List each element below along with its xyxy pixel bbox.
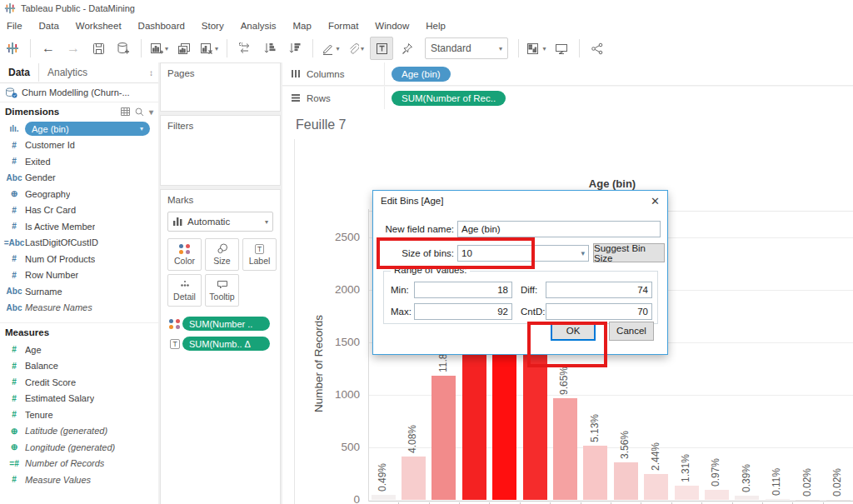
field-measure-values[interactable]: #Measure Values [0, 472, 158, 488]
sheet-title[interactable]: Feuille 7 [296, 117, 346, 132]
bar-age-15[interactable] [372, 495, 396, 500]
pane-control-icon[interactable]: ↕ [149, 68, 158, 77]
sort-descending-button[interactable] [284, 37, 306, 59]
field-is-active-member[interactable]: #Is Active Member [0, 218, 158, 235]
columns-pill-age-bin[interactable]: Age (bin) [392, 67, 451, 82]
sort-ascending-button[interactable] [259, 37, 281, 59]
show-cards-button[interactable]: ▾ [526, 37, 547, 59]
suggest-bin-size-button[interactable]: Suggest Bin Size [593, 243, 665, 262]
detail-icon [180, 280, 190, 290]
field-longitude-generated-[interactable]: ⊕Longitude (generated) [0, 439, 158, 456]
bar-age-80[interactable] [766, 499, 790, 500]
pages-card[interactable]: Pages [160, 62, 281, 112]
menu-item-story[interactable]: Story [193, 19, 232, 32]
field-num-of-products[interactable]: #Num Of Products [0, 251, 158, 267]
bar-age-55[interactable] [614, 462, 638, 500]
dropdown-caret-icon: ▾ [165, 45, 168, 52]
bar-age-50[interactable] [583, 446, 607, 500]
tab-analytics[interactable]: Analytics [39, 63, 96, 82]
menu-item-format[interactable]: Format [320, 19, 367, 32]
bar-age-70[interactable] [705, 490, 729, 500]
presentation-icon [555, 42, 568, 55]
field-number-of-records[interactable]: =#Number of Records [0, 456, 158, 472]
bar-age-60[interactable] [644, 474, 668, 500]
undo-icon: ← [42, 42, 55, 55]
bar-age-65[interactable] [675, 486, 699, 500]
tooltip-button[interactable]: Tooltip [205, 274, 239, 307]
bar-value-label: 3.56% [619, 421, 631, 459]
highlight-button[interactable]: ▾ [320, 37, 342, 59]
new-worksheet-button[interactable]: ▾ [148, 37, 170, 59]
redo-button[interactable]: → [62, 37, 84, 59]
field-exited[interactable]: #Exited [0, 153, 158, 170]
filters-card[interactable]: Filters [160, 115, 281, 186]
color-button[interactable]: Color [167, 238, 202, 271]
rows-shelf[interactable]: Rows SUM(Number of Rec.. [282, 86, 853, 110]
menu-item-analysis[interactable]: Analysis [232, 19, 285, 32]
presentation-mode-button[interactable] [551, 37, 572, 59]
fix-axes-button[interactable] [397, 37, 418, 59]
field-age[interactable]: #Age [0, 342, 158, 358]
tableau-home-button[interactable] [2, 37, 23, 59]
field-lastdigitofcustid[interactable]: =AbcLastDigitOfCustID [0, 235, 158, 252]
color-pill[interactable]: SUM(Number .. [182, 317, 270, 331]
view-data-grid-icon[interactable] [121, 107, 130, 116]
pane-menu-caret-icon[interactable]: ▾ [149, 107, 153, 117]
bar-value-label: 0.49% [377, 453, 388, 492]
size-button[interactable]: Size [205, 238, 239, 271]
share-button[interactable] [586, 37, 608, 59]
swap-rows-columns-button[interactable] [234, 37, 256, 59]
field-estimated-salary[interactable]: #Estimated Salary [0, 391, 158, 407]
menu-item-window[interactable]: Window [367, 19, 417, 32]
bar-age-75[interactable] [735, 496, 759, 500]
label-shelf-icon: T [167, 339, 182, 349]
datasource-item[interactable]: Churn Modelling (Churn-... [0, 83, 158, 102]
field-label: LastDigitOfCustID [25, 237, 98, 247]
menu-item-map[interactable]: Map [285, 19, 320, 32]
detail-button[interactable]: Detail [167, 274, 202, 307]
format-link-button[interactable]: ▾ [345, 37, 367, 59]
field-credit-score[interactable]: #Credit Score [0, 374, 158, 391]
menu-item-file[interactable]: File [0, 19, 31, 32]
show-mark-labels-toggle[interactable] [370, 37, 393, 60]
duplicate-sheet-button[interactable] [173, 37, 195, 59]
field-has-cr-card[interactable]: #Has Cr Card [0, 202, 158, 219]
bar-age-85[interactable] [796, 500, 820, 501]
tab-data[interactable]: Data [0, 63, 39, 82]
label-button[interactable]: T Label [242, 238, 277, 271]
field-balance[interactable]: #Balance [0, 358, 158, 375]
search-icon[interactable] [135, 107, 144, 117]
selected-field-pill[interactable]: Age (bin)▾ [25, 122, 150, 136]
undo-button[interactable]: ← [37, 37, 59, 59]
field-measure-names[interactable]: AbcMeasure Names [0, 300, 158, 317]
menu-item-help[interactable]: Help [417, 19, 454, 32]
close-icon[interactable]: ✕ [651, 195, 660, 207]
bar-age-20[interactable] [402, 457, 426, 500]
field-tenure[interactable]: #Tenure [0, 407, 158, 423]
save-button[interactable] [87, 37, 109, 59]
bar-age-25[interactable] [431, 376, 456, 500]
label-pill[interactable]: SUM(Numb.. Δ [182, 337, 270, 351]
rows-pill-sum-records[interactable]: SUM(Number of Rec.. [392, 91, 506, 106]
bar-age-45[interactable] [553, 398, 577, 500]
menu-item-data[interactable]: Data [31, 19, 67, 32]
pill-caret-icon[interactable]: ▾ [140, 125, 143, 132]
add-data-source-button[interactable] [112, 37, 134, 59]
field-age-bin-[interactable]: ılı.Age (bin)▾ [0, 121, 158, 137]
field-row-number[interactable]: #Row Number [0, 267, 158, 284]
field-customer-id[interactable]: #Customer Id [0, 137, 158, 154]
fit-selector[interactable]: Standard ▾ [425, 37, 508, 59]
dialog-title-bar[interactable]: Edit Bins [Age] ✕ [373, 191, 667, 211]
cancel-button[interactable]: Cancel [609, 322, 654, 341]
field-geography[interactable]: ⊕Geography [0, 186, 158, 202]
field-latitude-generated-[interactable]: ⊕Latitude (generated) [0, 423, 158, 440]
columns-shelf[interactable]: Columns Age (bin) [282, 62, 853, 86]
clear-sheet-button[interactable]: ▾ [198, 37, 220, 59]
mark-type-dropdown[interactable]: Automatic ▾ [167, 212, 273, 232]
menu-item-worksheet[interactable]: Worksheet [67, 19, 130, 32]
field-gender[interactable]: AbcGender [0, 170, 158, 187]
menu-item-dashboard[interactable]: Dashboard [130, 19, 193, 32]
new-field-input[interactable]: Age (bin) [457, 221, 661, 237]
field-surname[interactable]: AbcSurname [0, 283, 158, 300]
bar-age-90[interactable] [826, 500, 851, 501]
